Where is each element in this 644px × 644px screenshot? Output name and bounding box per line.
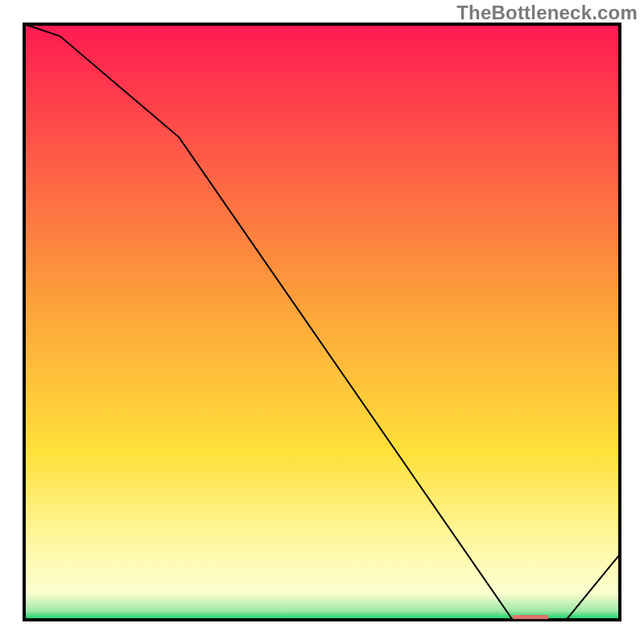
watermark-text: TheBottleneck.com — [456, 2, 638, 24]
bottleneck-chart — [0, 0, 644, 644]
chart-container: TheBottleneck.com — [0, 0, 644, 644]
plot-background — [24, 24, 620, 620]
